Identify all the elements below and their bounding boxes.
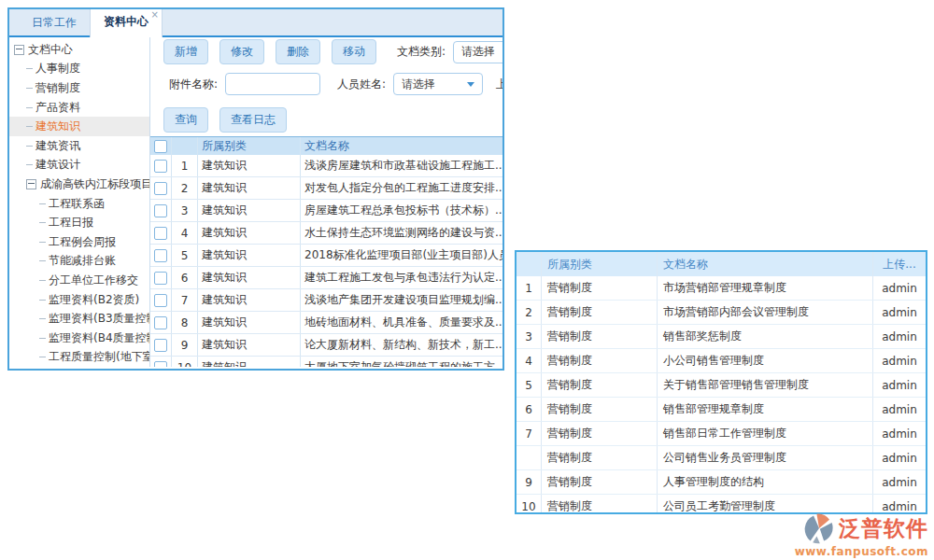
doc-category-label: 文档类别: <box>397 44 446 60</box>
tree-item-label: 监理资料(B4质量控制) <box>49 330 150 346</box>
table-row[interactable]: 10 营销制度 公司员工考勤管理制度 admin <box>517 495 926 514</box>
row-index: 3 <box>517 325 542 348</box>
collapse-icon[interactable] <box>26 179 36 189</box>
doc-name-column-header: 文档名称 <box>658 252 873 276</box>
tree-item-daily-report[interactable]: 工程日报 <box>9 213 149 232</box>
tree-connector <box>39 203 46 204</box>
table-row[interactable]: 3 建筑知识 房屋建筑工程总承包投标书（技术标）... <box>150 200 502 222</box>
tree-item-product[interactable]: 产品资料 <box>9 98 149 118</box>
table-row[interactable]: 4 建筑知识 水土保持生态环境监测网络的建设与资... <box>150 222 502 245</box>
table-row[interactable]: 2 营销制度 市场营销部内部会议管理制度 admin <box>517 301 926 325</box>
row-doc-name: 销售部管理规章制度 <box>658 398 873 421</box>
table-row[interactable]: 2 建筑知识 对发包人指定分包的工程施工进度安排... <box>150 177 502 200</box>
tree-item-label: 建筑知识 <box>35 119 80 134</box>
query-button[interactable]: 查询 <box>163 107 208 133</box>
row-index: 9 <box>517 470 542 494</box>
row-index: 5 <box>517 373 542 397</box>
row-category: 建筑知识 <box>198 357 301 367</box>
tree-item-marketing[interactable]: 营销制度 <box>9 78 149 98</box>
table-row[interactable]: 7 建筑知识 浅谈地产集团开发建设项目监理规划编... <box>150 289 502 312</box>
row-doc-name: 建筑工程施工发包与承包违法行为认定... <box>301 267 502 288</box>
row-index: 7 <box>172 289 198 311</box>
row-index: 3 <box>172 200 198 221</box>
tree-item-personnel[interactable]: 人事制度 <box>9 60 149 79</box>
tab-bar: 日常工作 资料中心 × <box>9 9 502 37</box>
person-name-select[interactable]: 请选择 <box>393 73 483 95</box>
tree-item-work-transfer[interactable]: 分工单位工作移交 <box>9 271 149 290</box>
row-checkbox[interactable] <box>154 204 167 217</box>
table-row[interactable]: 7 营销制度 销售部日常工作管理制度 admin <box>517 422 926 446</box>
table-row[interactable]: 8 建筑知识 地砖地面材料、机具准备、质量要求及... <box>150 312 502 334</box>
tree-item-contact-letter[interactable]: 工程联系函 <box>9 194 149 214</box>
tree-item-supervision-b4[interactable]: 监理资料(B4质量控制) <box>9 329 149 348</box>
marketing-doc-table: 所属别类 文档名称 上传... 1 营销制度 市场营销部管理规章制度 admin… <box>515 250 927 514</box>
table-row[interactable]: 9 营销制度 人事管理制度的结构 admin <box>517 470 926 495</box>
row-checkbox[interactable] <box>154 316 167 329</box>
row-uploader: admin <box>873 446 926 469</box>
close-icon[interactable]: × <box>151 10 159 20</box>
table-row[interactable]: 3 营销制度 销售部奖惩制度 admin <box>517 325 926 349</box>
row-checkbox[interactable] <box>154 160 167 173</box>
row-category: 营销制度 <box>542 422 658 445</box>
doc-category-select[interactable]: 请选择 <box>453 41 502 63</box>
tree-connector <box>39 357 46 357</box>
row-checkbox[interactable] <box>154 227 167 240</box>
row-category: 建筑知识 <box>198 177 301 199</box>
tree-item-energy-ledger[interactable]: 节能减排台账 <box>9 252 149 272</box>
row-category: 营销制度 <box>542 301 658 324</box>
collapse-icon[interactable] <box>14 45 24 55</box>
tree-connector <box>26 88 33 89</box>
tree-item-weekly-meeting[interactable]: 工程例会周报 <box>9 232 149 252</box>
tab-daily-work[interactable]: 日常工作 <box>19 9 90 35</box>
tree-root-document-center[interactable]: 文档中心 <box>9 40 149 60</box>
tree-item-construction-knowledge[interactable]: 建筑知识 <box>9 117 149 136</box>
tree-connector <box>26 164 33 165</box>
tree-item-supervision-b3[interactable]: 监理资料(B3质量控制) <box>9 309 149 329</box>
tree-item-label: 建筑资讯 <box>35 138 80 154</box>
row-doc-name: 房屋建筑工程总承包投标书（技术标）... <box>301 200 502 221</box>
row-uploader: admin <box>873 373 926 397</box>
tree-item-label: 人事制度 <box>35 61 80 77</box>
table-row[interactable]: 1 营销制度 市场营销部管理规章制度 admin <box>517 276 926 301</box>
row-checkbox[interactable] <box>154 272 167 285</box>
tree-item-label: 工程质量控制(地下室) <box>49 349 150 365</box>
table-row[interactable]: 6 营销制度 销售部管理规章制度 admin <box>517 398 926 422</box>
table-row[interactable]: 1 建筑知识 浅谈房屋建筑和市政基础设施工程施工... <box>150 155 502 177</box>
attachment-name-input[interactable] <box>225 73 320 95</box>
row-checkbox[interactable] <box>154 361 167 368</box>
tree-item-supervision-b2[interactable]: 监理资料(B2资质) <box>9 290 149 310</box>
row-checkbox[interactable] <box>154 182 167 195</box>
table-row[interactable]: 5 营销制度 关于销售部管理销售管理制度 admin <box>517 373 926 398</box>
table-row[interactable]: 5 建筑知识 2018标准化监理项目部(业主项目部)人员... <box>150 245 502 267</box>
row-checkbox[interactable] <box>154 294 167 307</box>
row-index: 5 <box>172 245 198 266</box>
tree-item-label: 营销制度 <box>35 80 80 96</box>
view-log-button[interactable]: 查看日志 <box>219 107 287 133</box>
table-header-row: 所属别类 文档名称 <box>150 137 502 155</box>
tree-item-quality-basement[interactable]: 工程质量控制(地下室) <box>9 348 149 368</box>
tab-data-center[interactable]: 资料中心 × <box>90 7 163 37</box>
table-row[interactable]: 6 建筑知识 建筑工程施工发包与承包违法行为认定... <box>150 267 502 289</box>
tree-item-construction-design[interactable]: 建筑设计 <box>9 156 149 175</box>
select-all-checkbox[interactable] <box>154 140 167 153</box>
add-button[interactable]: 新增 <box>163 39 208 64</box>
tree-item-construction-news[interactable]: 建筑资讯 <box>9 136 149 156</box>
index-column-header <box>172 137 198 155</box>
table-row[interactable]: 9 建筑知识 论大厦新材料、新结构、新技术，新工... <box>150 334 502 357</box>
row-checkbox[interactable] <box>154 249 167 262</box>
row-uploader: admin <box>873 495 926 514</box>
row-doc-name: 销售部奖惩制度 <box>658 325 873 348</box>
row-index: 8 <box>172 312 198 333</box>
row-doc-name: 水土保持生态环境监测网络的建设与资... <box>301 222 502 244</box>
tree-item-project-chengyu[interactable]: 成渝高铁内江标段项目 <box>9 175 149 194</box>
table-row[interactable]: 营销制度 公司销售业务员管理制度 admin <box>517 446 926 470</box>
delete-button[interactable]: 删除 <box>276 39 320 64</box>
row-checkbox[interactable] <box>154 339 167 352</box>
tree-item-label: 建筑设计 <box>35 157 80 173</box>
modify-button[interactable]: 修改 <box>219 39 264 64</box>
row-doc-name: 公司员工考勤管理制度 <box>658 495 873 514</box>
table-row[interactable]: 10 建筑知识 大厦地下室加气砼墙砌筑工程的施工方... <box>150 357 502 367</box>
row-index: 10 <box>517 495 542 514</box>
table-row[interactable]: 4 营销制度 小公司销售管理制度 admin <box>517 349 926 373</box>
move-button[interactable]: 移动 <box>332 39 376 64</box>
